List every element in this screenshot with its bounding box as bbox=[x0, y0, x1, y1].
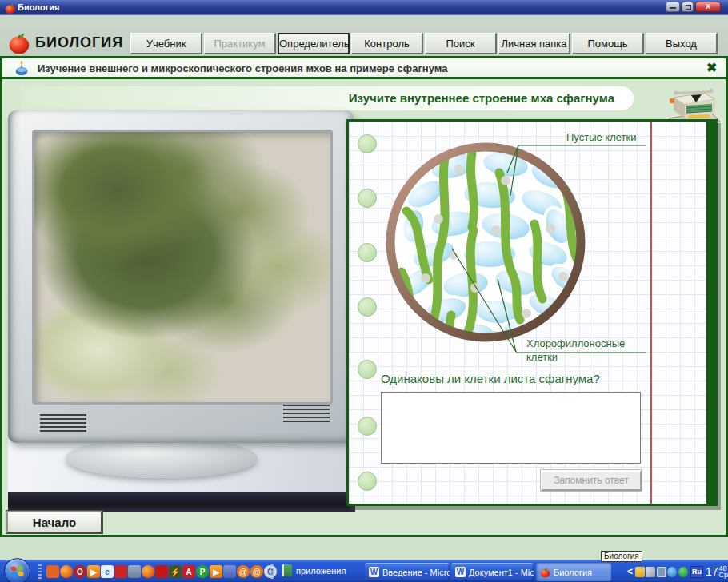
tray-clock[interactable]: 17 48 Ср bbox=[706, 565, 728, 578]
lesson-close-icon[interactable]: ✖ bbox=[706, 60, 717, 75]
opera-icon[interactable]: O bbox=[74, 565, 86, 578]
taskbar-tooltip: Биология bbox=[601, 551, 642, 562]
pdf-reader-icon[interactable] bbox=[155, 565, 168, 578]
taskbar-window-biology[interactable]: Биология bbox=[536, 563, 611, 581]
binder-hole bbox=[358, 472, 377, 491]
tab-search[interactable]: Поиск bbox=[425, 33, 497, 54]
binder-hole bbox=[358, 417, 377, 436]
tab-practicum[interactable]: Практикум bbox=[204, 33, 276, 54]
media-player2-icon[interactable]: ▶ bbox=[210, 565, 222, 578]
label-empty-cells: Пустые клетки bbox=[566, 131, 636, 143]
acrobat-icon[interactable]: A bbox=[182, 565, 195, 578]
tray-notes-icon[interactable] bbox=[635, 567, 645, 577]
internet-explorer-icon[interactable]: e bbox=[101, 565, 114, 578]
mail-agent-icon[interactable]: @ bbox=[237, 565, 250, 578]
window-title: Биология bbox=[18, 2, 59, 12]
app-apple-icon bbox=[5, 2, 16, 14]
applications-label: приложения bbox=[296, 566, 346, 576]
margin-line bbox=[650, 122, 652, 504]
desk-edge bbox=[8, 492, 355, 512]
word-icon: W bbox=[369, 567, 379, 577]
binder-hole bbox=[358, 297, 377, 317]
answer-textarea[interactable] bbox=[381, 392, 641, 464]
clock-hour: 17 bbox=[706, 565, 718, 578]
quick-launch: O ▶ e ⚡ A P ▶ @ @ Q bbox=[46, 565, 277, 578]
binder-hole bbox=[358, 189, 377, 208]
taskbar-separator bbox=[38, 564, 42, 579]
tray-network-icon[interactable] bbox=[657, 567, 666, 577]
save-answer-button[interactable]: Запомнить ответ bbox=[541, 470, 642, 491]
firefox-icon[interactable] bbox=[60, 565, 73, 578]
window-titlebar: Биология X bbox=[0, 0, 728, 15]
vent-grille-right bbox=[283, 405, 330, 424]
window-label: Документ1 - Micro... bbox=[469, 568, 534, 577]
word-icon: W bbox=[455, 567, 466, 577]
label-chlorophyll-cells: Хлорофиллоносные bbox=[526, 337, 625, 349]
flashget-icon[interactable]: ⚡ bbox=[169, 565, 182, 578]
applications-icon bbox=[282, 564, 292, 576]
taskbar-window-word-2[interactable]: W Документ1 - Micro... bbox=[451, 563, 534, 581]
taskbar: O ▶ e ⚡ A P ▶ @ @ Q приложения W Введени… bbox=[0, 560, 728, 582]
binder-hole bbox=[358, 360, 377, 379]
moss-photo bbox=[32, 130, 333, 405]
mail-icon[interactable] bbox=[223, 565, 236, 578]
taskbar-window-word-1[interactable]: W Введение - Micro... bbox=[365, 563, 450, 581]
taskbar-separator bbox=[270, 564, 274, 579]
tab-help[interactable]: Помощь bbox=[572, 33, 644, 54]
window-label: Биология bbox=[554, 568, 592, 577]
tab-control[interactable]: Контроль bbox=[351, 33, 423, 54]
microscope-view bbox=[378, 134, 594, 350]
window-label: Введение - Micro... bbox=[382, 568, 450, 577]
clock-day: Ср bbox=[718, 572, 728, 578]
question-text: Одинаковы ли клетки листа сфагнума? bbox=[381, 372, 600, 385]
tab-exit[interactable]: Выход bbox=[646, 33, 718, 54]
monitor-bezel bbox=[8, 110, 354, 443]
download-manager-icon[interactable] bbox=[114, 565, 127, 578]
worksheet-panel: Пустые клетки Хлорофиллоносные клетки Од… bbox=[346, 119, 718, 506]
start-menu-button[interactable] bbox=[4, 558, 30, 582]
applications-toolbar[interactable]: приложения bbox=[282, 564, 346, 576]
main-menu: Учебник Практикум Определитель Контроль … bbox=[130, 33, 718, 54]
vent-grille-left bbox=[40, 414, 86, 433]
screen: Биология X БИОЛОГИЯ Учебник Практикум Оп… bbox=[0, 0, 728, 582]
package-icon[interactable] bbox=[46, 565, 59, 578]
lesson-header: Изучение внешнего и микроскопического ст… bbox=[2, 58, 726, 79]
mail-agent2-icon[interactable]: @ bbox=[250, 565, 263, 578]
tab-identifier[interactable]: Определитель bbox=[278, 33, 350, 54]
language-indicator[interactable]: Ru bbox=[690, 566, 703, 578]
monitor-scene bbox=[5, 109, 357, 513]
apple-icon bbox=[540, 567, 550, 577]
system-tray: < Ru 17 48 Ср bbox=[626, 560, 728, 582]
brand-title: БИОЛОГИЯ bbox=[35, 34, 123, 51]
instruction-banner: Изучите внутреннее строение мха сфагнума bbox=[21, 86, 634, 110]
browser-icon[interactable] bbox=[142, 565, 154, 578]
tray-pencil-icon[interactable] bbox=[646, 567, 655, 577]
tab-textbook[interactable]: Учебник bbox=[130, 33, 202, 54]
binder-hole bbox=[358, 243, 377, 262]
label-chlorophyll-cells-2: клетки bbox=[526, 351, 558, 363]
brand-apple-icon bbox=[8, 31, 30, 54]
image-viewer-icon[interactable] bbox=[128, 565, 141, 578]
monitor-stand-base bbox=[66, 438, 258, 478]
burner-icon bbox=[14, 60, 30, 78]
binder-hole bbox=[358, 134, 377, 153]
windows-logo-icon bbox=[10, 565, 24, 577]
minimize-button[interactable] bbox=[666, 2, 680, 12]
tray-chevron-icon[interactable]: < bbox=[627, 566, 633, 577]
maximize-button[interactable] bbox=[682, 2, 694, 12]
close-icon: X bbox=[696, 2, 720, 11]
tray-antivirus-icon[interactable] bbox=[678, 567, 688, 577]
media-player-icon[interactable]: ▶ bbox=[87, 565, 100, 578]
tab-personal-folder[interactable]: Личная папка bbox=[498, 33, 570, 54]
tray-player-icon[interactable] bbox=[667, 567, 677, 577]
close-button[interactable]: X bbox=[695, 2, 721, 12]
start-button[interactable]: Начало bbox=[6, 511, 102, 533]
lesson-title: Изучение внешнего и микроскопического ст… bbox=[38, 62, 447, 74]
punto-switcher-icon[interactable]: P bbox=[196, 565, 209, 578]
menu-bar: БИОЛОГИЯ Учебник Практикум Определитель … bbox=[0, 15, 728, 56]
